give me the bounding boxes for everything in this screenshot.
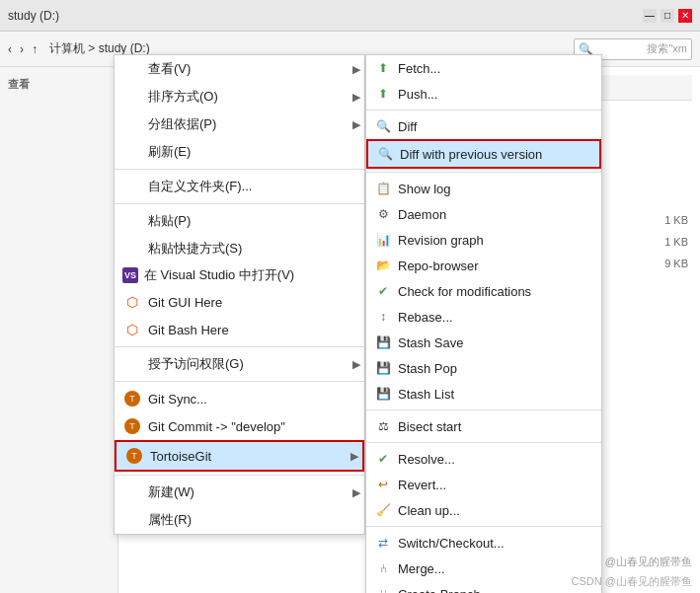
context-menu-main: 查看(V) ▶ 排序方式(O) ▶ 分组依据(P) ▶ 刷新(E) 自定义文件夹… [114,54,365,535]
menu-item-show-log[interactable]: 📋 Show log [366,176,601,201]
submenu-arrow: ▶ [352,63,360,76]
menu-item-create-branch[interactable]: ⑂ Create Branch... [366,581,601,593]
menu-item-label: Switch/Checkout... [398,536,505,551]
diff-icon: 🔍 [374,117,392,135]
menu-item-label: 分组依据(P) [148,115,216,133]
context-menu-tortoisegit: ⬆ Fetch... ⬆ Push... 🔍 Diff 🔍 Diff with … [365,54,602,593]
menu-item-paste[interactable]: 粘贴(P) [115,207,364,235]
menu-item-refresh[interactable]: 刷新(E) [115,138,364,166]
menu-item-paste-shortcut[interactable]: 粘贴快捷方式(S) [115,235,364,262]
back-icon[interactable]: ‹ [8,42,12,56]
menu-item-label: Push... [398,87,437,102]
menu-item-label: Resolve... [398,452,455,467]
stash-save-icon: 💾 [374,334,392,351]
menu-item-tortoisegit[interactable]: T TortoiseGit ▶ [115,440,364,472]
forward-icon[interactable]: › [20,42,24,56]
menu-item-label: 粘贴快捷方式(S) [148,240,242,258]
menu-item-new[interactable]: 新建(W) ▶ [115,479,364,506]
menu-item-stash-pop[interactable]: 💾 Stash Pop [366,355,601,381]
menu-item-label: Stash List [398,387,454,402]
git-bash-icon: ⬡ [122,320,142,339]
cleanup-icon: 🧹 [374,501,392,519]
watermark-text: CSDN @山春见的腥带鱼 [572,574,692,589]
window-title: study (D:) [8,9,639,23]
create-branch-icon: ⑂ [374,585,392,593]
menu-item-label: Show log [398,182,450,196]
menu-item-merge[interactable]: ⑃ Merge... [366,556,601,581]
tortoisegit-icon: T [124,446,144,466]
menu-item-label: TortoiseGit [150,449,211,464]
menu-item-stash-save[interactable]: 💾 Stash Save [366,330,601,355]
up-icon[interactable]: ↑ [32,42,38,56]
submenu-arrow: ▶ [352,358,360,371]
menu-item-repo-browser[interactable]: 📂 Repo-browser [366,253,601,278]
menu-item-label: Fetch... [398,61,440,76]
menu-item-switch[interactable]: ⇄ Switch/Checkout... [366,530,601,556]
menu-item-label: 自定义文件夹(F)... [148,178,252,195]
menu-item-diff-prev[interactable]: 🔍 Diff with previous version [366,139,601,169]
menu-item-git-gui[interactable]: ⬡ Git GUI Here [115,288,364,316]
menu-item-bisect[interactable]: ⚖ Bisect start [366,413,601,439]
menu-item-label: 刷新(E) [148,143,191,161]
menu-item-label: Clean up... [398,503,460,518]
search-text: 搜索"xm [647,41,687,56]
properties-icon [122,510,142,530]
menu-item-label: Merge... [398,561,445,576]
menu-item-label: Diff with previous version [400,147,542,162]
new-icon [122,482,142,502]
access-icon [122,354,142,374]
group-icon [122,114,142,134]
revision-graph-icon: 📊 [374,231,392,249]
bisect-icon: ⚖ [374,417,392,435]
menu-item-daemon[interactable]: ⚙ Daemon [366,201,601,227]
menu-item-revert[interactable]: ↩ Revert... [366,472,601,497]
left-panel: 查看 [0,67,118,593]
menu-item-label: Git Bash Here [148,323,229,337]
menu-item-access[interactable]: 授予访问权限(G) ▶ [115,350,364,378]
menu-item-label: 查看(V) [148,60,191,78]
menu-item-label: Repo-browser [398,259,479,273]
menu-item-revision-graph[interactable]: 📊 Revision graph [366,227,601,253]
menu-item-label: Git GUI Here [148,295,222,310]
submenu-arrow: ▶ [352,118,360,131]
menu-item-sort[interactable]: 排序方式(O) ▶ [115,83,364,111]
menu-item-git-bash[interactable]: ⬡ Git Bash Here [115,316,364,343]
daemon-icon: ⚙ [374,205,392,223]
menu-item-push[interactable]: ⬆ Push... [366,81,601,107]
maximize-button[interactable]: □ [661,9,674,23]
menu-item-cleanup[interactable]: 🧹 Clean up... [366,497,601,523]
menu-item-check-mod[interactable]: ✔ Check for modifications [366,278,601,304]
submenu-arrow: ▶ [352,91,360,104]
git-commit-icon: T [122,416,142,436]
git-gui-icon: ⬡ [122,292,142,312]
close-button[interactable]: ✕ [678,9,692,23]
menu-item-stash-list[interactable]: 💾 Stash List [366,381,601,407]
menu-item-properties[interactable]: 属性(R) [115,506,364,534]
menu-item-label: Create Branch... [398,587,492,594]
menu-item-fetch[interactable]: ⬆ Fetch... [366,55,601,81]
customize-icon [122,177,142,196]
minimize-button[interactable]: — [643,9,657,23]
push-icon: ⬆ [374,85,392,103]
separator [115,346,364,347]
submenu-arrow: ▶ [350,450,358,463]
menu-item-group[interactable]: 分组依据(P) ▶ [115,111,364,138]
menu-item-git-commit[interactable]: T Git Commit -> "develop" [115,412,364,440]
menu-item-open-vs[interactable]: VS 在 Visual Studio 中打开(V) [115,262,364,288]
menu-item-rebase[interactable]: ↕ Rebase... [366,304,601,330]
show-log-icon: 📋 [374,180,392,197]
menu-item-label: Check for modifications [398,284,531,299]
menu-item-customize[interactable]: 自定义文件夹(F)... [115,173,364,200]
diff-prev-icon: 🔍 [376,145,394,163]
menu-item-diff[interactable]: 🔍 Diff [366,113,601,139]
menu-item-git-sync[interactable]: T Git Sync... [115,385,364,412]
menu-item-resolve[interactable]: ✔ Resolve... [366,446,601,472]
sort-icon [122,87,142,107]
menu-item-label: Bisect start [398,419,461,434]
menu-item-label: 授予访问权限(G) [148,355,244,373]
menu-item-view[interactable]: 查看(V) ▶ [115,55,364,83]
separator [115,475,364,476]
switch-icon: ⇄ [374,534,392,552]
submenu-arrow: ▶ [352,486,360,499]
separator [366,526,601,527]
